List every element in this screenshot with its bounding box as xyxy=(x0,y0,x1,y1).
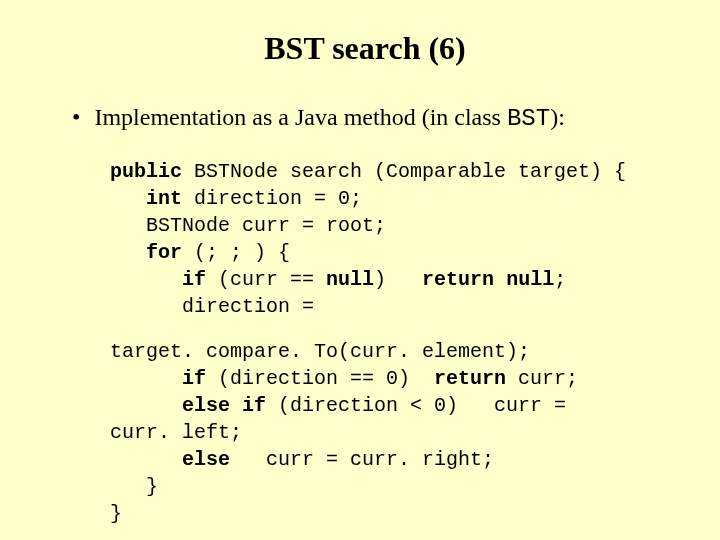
code-l5d: ; xyxy=(554,268,566,291)
code-l7: target. compare. To(curr. element); xyxy=(110,340,530,363)
code-l12: } xyxy=(110,475,158,498)
code-l1a: BSTNode search (Comparable target) { xyxy=(182,160,626,183)
code-l5a: (curr == xyxy=(206,268,326,291)
code-l9b: (direction < 0) curr = xyxy=(266,394,566,417)
slide-title: BST search (6) xyxy=(50,30,680,67)
kw-if-3: if xyxy=(242,394,266,417)
bullet-classname: BST xyxy=(507,105,550,132)
kw-return-2: return xyxy=(434,367,506,390)
code-l5b: ) xyxy=(374,268,422,291)
slide: BST search (6) • Implementation as a Jav… xyxy=(0,0,720,540)
code-l5c xyxy=(494,268,506,291)
kw-public: public xyxy=(110,160,182,183)
bullet-dot: • xyxy=(72,101,80,135)
code-l4a: (; ; ) { xyxy=(182,241,290,264)
code-gap xyxy=(110,320,680,338)
bullet-text: Implementation as a Java method (in clas… xyxy=(94,101,564,136)
bullet-row: • Implementation as a Java method (in cl… xyxy=(72,101,680,136)
kw-return-1: return xyxy=(422,268,494,291)
bullet-prefix: Implementation as a Java method (in clas… xyxy=(94,104,507,130)
kw-null-1: null xyxy=(326,268,374,291)
code-l11a: curr = curr. right; xyxy=(230,448,494,471)
kw-null-2: null xyxy=(506,268,554,291)
bullet-suffix: ): xyxy=(550,104,565,130)
code-l9a xyxy=(230,394,242,417)
kw-else-1: else xyxy=(182,394,230,417)
code-block: public BSTNode search (Comparable target… xyxy=(110,158,680,527)
code-l8b: curr; xyxy=(506,367,578,390)
code-l6: direction = xyxy=(110,295,314,318)
kw-if-1: if xyxy=(182,268,206,291)
code-l2a: direction = 0; xyxy=(182,187,362,210)
kw-if-2: if xyxy=(182,367,206,390)
code-l10: curr. left; xyxy=(110,421,242,444)
kw-else-2: else xyxy=(182,448,230,471)
code-l13: } xyxy=(110,502,122,525)
code-l3: BSTNode curr = root; xyxy=(110,214,386,237)
kw-int: int xyxy=(146,187,182,210)
code-l8a: (direction == 0) xyxy=(206,367,434,390)
kw-for: for xyxy=(146,241,182,264)
